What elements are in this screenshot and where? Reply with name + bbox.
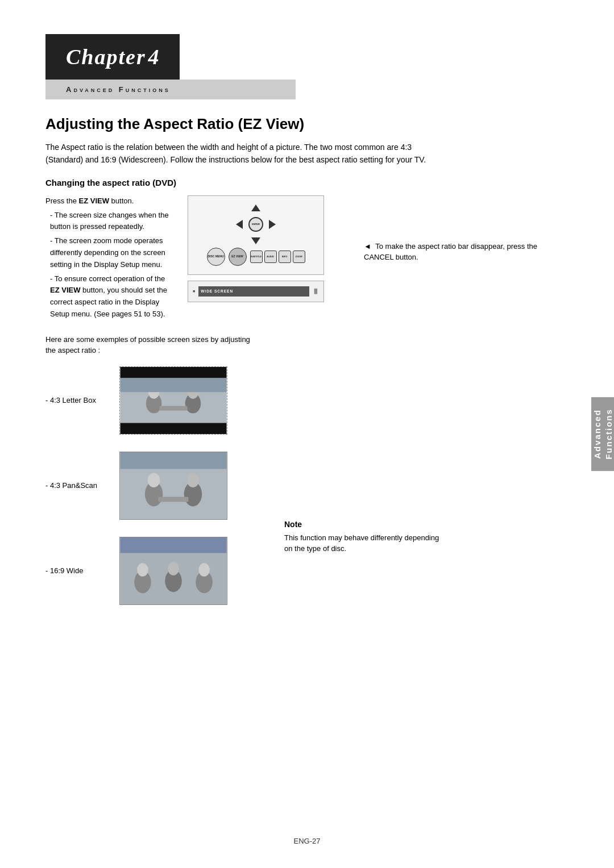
svg-rect-1	[121, 367, 227, 378]
letterbox-label: - 4:3 Letter Box	[45, 396, 108, 404]
aspect-item-wide: - 16:9 Wide	[45, 537, 262, 605]
wide-image	[119, 537, 227, 605]
section-title: Adjusting the Aspect Ratio (EZ View)	[45, 115, 569, 133]
panscan-image	[119, 452, 227, 520]
svg-rect-11	[121, 452, 227, 469]
chapter-title-box: Chapter 4	[45, 34, 180, 80]
svg-point-20	[137, 563, 148, 577]
d-pad-center: ENTER	[248, 217, 263, 232]
aspect-item-letterbox: - 4:3 Letter Box	[45, 366, 262, 435]
wide-screen-bar: ■ WIDE SCREEN ▐▌	[188, 281, 324, 302]
wide-svg	[120, 537, 227, 604]
svg-point-22	[168, 562, 179, 575]
panscan-svg	[120, 452, 227, 519]
remote-images: ENTER DISC MENU EZ VIEW SUBTITLE	[188, 195, 335, 323]
right-tab: Advanced Functions	[591, 397, 614, 471]
cancel-arrow-icon: ◄	[364, 241, 371, 252]
chapter-header: Chapter 4 Advanced Functions	[45, 34, 569, 99]
svg-point-24	[198, 563, 210, 577]
subsection-title: Changing the aspect ratio (DVD)	[45, 178, 569, 187]
bottom-section: - 4:3 Letter Box	[45, 366, 569, 622]
aspect-examples: - 4:3 Letter Box	[45, 366, 262, 622]
small-buttons: SUBTITLE AUDIO INFO ZOOM	[250, 251, 305, 263]
cancel-note-text: To make the aspect ratio bar disappear, …	[364, 242, 537, 262]
right-tab-text: Advanced Functions	[592, 408, 614, 460]
chapter-word: Chapter	[66, 45, 146, 69]
bullet-2: The screen zoom mode operates differentl…	[50, 235, 171, 270]
ws-bar-inner: WIDE SCREEN	[198, 286, 309, 297]
d-pad: ENTER	[236, 205, 276, 244]
page-container: Chapter 4 Advanced Functions Adjusting t…	[0, 0, 614, 868]
note-section: Note This function may behave differentl…	[284, 366, 443, 622]
svg-rect-2	[121, 423, 227, 434]
svg-point-13	[148, 473, 160, 487]
page-number: ENG-27	[294, 837, 321, 845]
remote-button-row: DISC MENU EZ VIEW SUBTITLE AUDIO INFO	[207, 248, 305, 266]
aspect-item-panscan: - 4:3 Pan&Scan	[45, 452, 262, 520]
examples-intro: Here are some exemples of possible scree…	[45, 334, 569, 356]
note-text: This function may behave differently dep…	[284, 532, 443, 554]
svg-rect-8	[159, 406, 187, 411]
note-title: Note	[284, 520, 443, 529]
dvd-section: Press the EZ VIEW button. The screen siz…	[45, 195, 569, 323]
panscan-label: - 4:3 Pan&Scan	[45, 481, 108, 490]
svg-point-15	[187, 473, 200, 487]
ez-view-btn: EZ VIEW	[229, 248, 247, 266]
remote-illustration: ENTER DISC MENU EZ VIEW SUBTITLE	[188, 195, 324, 275]
zoom-btn: ZOOM	[293, 251, 305, 263]
bullet-3: To ensure correct operation of the EZ VI…	[50, 273, 171, 320]
d-pad-right-arrow	[269, 220, 276, 229]
svg-rect-16	[158, 496, 188, 502]
chapter-subtitle: Advanced Functions	[45, 80, 296, 99]
svg-rect-18	[121, 537, 227, 553]
wide-label: - 16:9 Wide	[45, 566, 108, 575]
d-pad-left-arrow	[236, 220, 243, 229]
info-btn: INFO	[279, 251, 291, 263]
d-pad-up-arrow	[251, 205, 260, 211]
instruction-line1: Press the EZ VIEW button.	[45, 195, 171, 207]
audio-btn: AUDIO	[264, 251, 277, 263]
d-pad-down-arrow	[251, 237, 260, 244]
subtitle-btn: SUBTITLE	[250, 251, 263, 263]
dvd-instructions: Press the EZ VIEW button. The screen siz…	[45, 195, 171, 323]
disc-menu-btn: DISC MENU	[207, 248, 225, 266]
letterbox-svg	[120, 367, 227, 434]
note-box: Note This function may behave differentl…	[284, 520, 443, 554]
cancel-note: ◄ To make the aspect ratio bar disappear…	[352, 241, 569, 323]
bullet-1: The screen size changes when the button …	[50, 210, 171, 233]
svg-rect-9	[121, 378, 227, 392]
letterbox-image	[119, 366, 227, 435]
intro-text: The Aspect ratio is the relation between…	[45, 141, 443, 166]
chapter-number: 4	[148, 45, 159, 69]
